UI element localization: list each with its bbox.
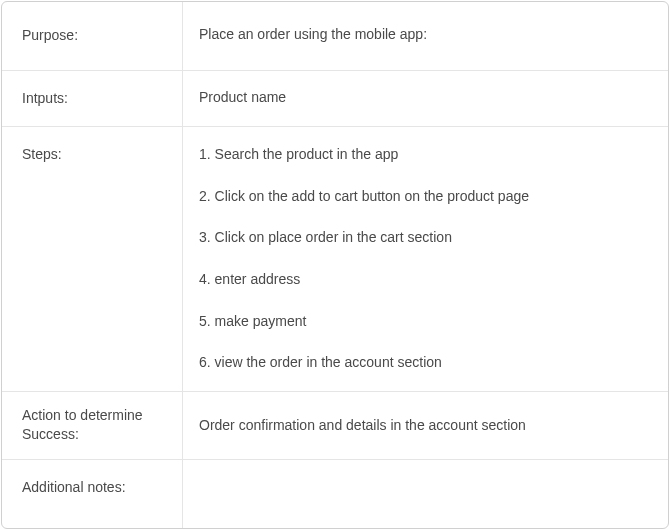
value-purpose: Place an order using the mobile app: <box>183 2 668 70</box>
label-purpose: Purpose: <box>2 2 183 70</box>
steps-list: Search the product in the app Click on t… <box>199 145 652 373</box>
step-item: Search the product in the app <box>199 145 652 165</box>
row-purpose: Purpose: Place an order using the mobile… <box>2 2 668 71</box>
value-success: Order confirmation and details in the ac… <box>183 392 668 459</box>
label-success: Action to determine Success: <box>2 392 183 459</box>
value-steps: Search the product in the app Click on t… <box>183 127 668 391</box>
label-inputs: Intputs: <box>2 71 183 127</box>
row-notes: Additional notes: <box>2 460 668 528</box>
step-item: view the order in the account section <box>199 353 652 373</box>
step-item: Click on the add to cart button on the p… <box>199 187 652 207</box>
step-item: make payment <box>199 312 652 332</box>
label-steps: Steps: <box>2 127 183 391</box>
row-success: Action to determine Success: Order confi… <box>2 392 668 460</box>
step-item: Click on place order in the cart section <box>199 228 652 248</box>
value-inputs: Product name <box>183 71 668 127</box>
value-notes <box>183 460 668 528</box>
step-item: enter address <box>199 270 652 290</box>
label-notes: Additional notes: <box>2 460 183 528</box>
row-inputs: Intputs: Product name <box>2 71 668 128</box>
spec-table: Purpose: Place an order using the mobile… <box>1 1 669 529</box>
row-steps: Steps: Search the product in the app Cli… <box>2 127 668 392</box>
